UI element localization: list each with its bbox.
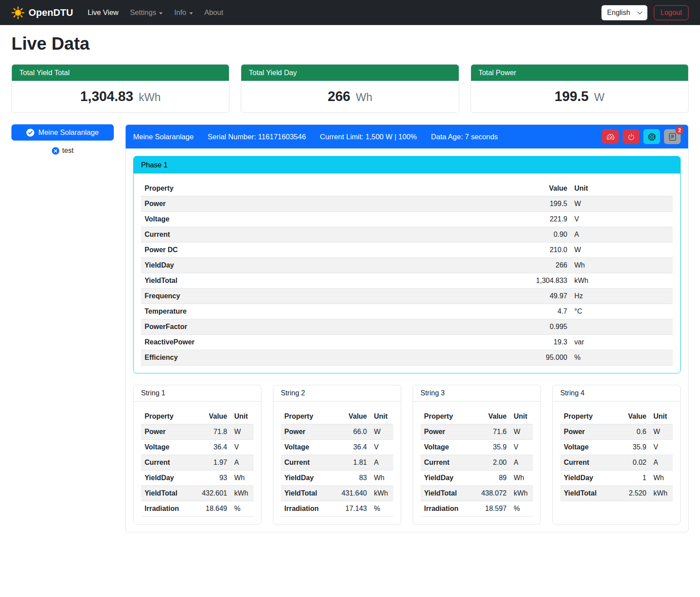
- column-unit: Unit: [370, 409, 393, 424]
- table-row: Temperature4.7°C: [141, 304, 673, 319]
- limit-settings-button[interactable]: [602, 129, 619, 144]
- value-cell: 0.995: [398, 319, 571, 335]
- inverter-serial: Serial Number: 116171603546: [208, 133, 306, 141]
- nav-item-info[interactable]: Info: [168, 5, 199, 20]
- column-unit: Unit: [571, 181, 673, 196]
- power-icon: [627, 133, 635, 141]
- table-row: YieldTotal431.640kWh: [281, 486, 393, 501]
- table-row: YieldTotal1,304.833kWh: [141, 273, 673, 289]
- string-table: Property Value Unit Power71.8WVoltage36.…: [141, 409, 254, 517]
- unit-cell: °C: [571, 304, 673, 319]
- card-total-yield-total: Total Yield Total 1,304.83 kWh: [11, 64, 229, 113]
- unit-cell: %: [370, 501, 393, 517]
- table-row: Power66.0W: [281, 424, 393, 440]
- column-unit: Unit: [231, 409, 254, 424]
- navbar-right: English Logout: [601, 5, 689, 21]
- nav-label: Live View: [87, 8, 118, 17]
- sun-icon: [11, 6, 25, 19]
- value-cell: 66.0: [331, 424, 370, 440]
- table-row: YieldTotal438.072kWh: [421, 486, 533, 501]
- property-cell: Power: [281, 424, 331, 440]
- value-cell: 19.3: [398, 335, 571, 350]
- value-cell: 438.072: [471, 486, 510, 501]
- check-circle-icon: [26, 129, 34, 137]
- card-title: Total Yield Total: [12, 65, 229, 81]
- table-header-row: Property Value Unit: [141, 409, 254, 424]
- property-cell: YieldTotal: [141, 273, 398, 289]
- unit-cell: Wh: [231, 470, 254, 486]
- phase-table-wrap: Property Value Unit Power199.5WVoltage22…: [134, 174, 680, 373]
- unit-cell: V: [650, 440, 673, 455]
- inverter-test-label: test: [62, 147, 74, 155]
- page-title: Live Data: [11, 34, 689, 54]
- table-row: Current0.02A: [560, 455, 673, 470]
- string-table: Property Value Unit Power66.0WVoltage36.…: [281, 409, 393, 517]
- device-info-button[interactable]: [643, 129, 660, 144]
- property-cell: Voltage: [560, 440, 615, 455]
- unit-cell: Wh: [650, 470, 673, 486]
- inverter-select-button[interactable]: Meine Solaranlage: [11, 124, 114, 141]
- card-unit: W: [594, 91, 605, 103]
- power-button[interactable]: [623, 129, 639, 144]
- property-cell: Power: [421, 424, 471, 440]
- unit-cell: V: [510, 440, 533, 455]
- string-table-wrap: Property Value Unit Power0.6WVoltage35.9…: [553, 402, 680, 509]
- value-cell: 36.4: [331, 440, 370, 455]
- unit-cell: W: [370, 424, 393, 440]
- strings-row: String 1 Property Value Unit: [133, 385, 681, 525]
- property-cell: YieldTotal: [281, 486, 331, 501]
- unit-cell: %: [510, 501, 533, 517]
- card-unit: Wh: [356, 91, 373, 103]
- language-select[interactable]: English: [601, 5, 648, 21]
- value-cell: 93: [191, 470, 231, 486]
- chevron-down-icon: [159, 12, 163, 14]
- value-cell: 210.0: [398, 242, 571, 258]
- unit-cell: kWh: [510, 486, 533, 501]
- table-row: Power DC210.0W: [141, 242, 673, 258]
- card-value-row: 266 Wh: [241, 81, 458, 112]
- column-value: Value: [471, 409, 510, 424]
- event-log-button[interactable]: 2: [664, 129, 681, 144]
- table-row: Voltage35.9V: [421, 440, 533, 455]
- card-title: Total Power: [471, 65, 688, 81]
- value-cell: 0.6: [615, 424, 650, 440]
- value-cell: 4.7: [398, 304, 571, 319]
- unit-cell: W: [571, 196, 673, 212]
- card-value-row: 199.5 W: [471, 81, 688, 112]
- table-row: Irradiation18.649%: [141, 501, 254, 517]
- table-row: Power71.6W: [421, 424, 533, 440]
- property-cell: Power: [141, 196, 398, 212]
- x-circle-icon: [52, 147, 59, 155]
- string-title: String 2: [273, 385, 401, 402]
- nav-item-live-view[interactable]: Live View: [82, 5, 124, 20]
- property-cell: Current: [560, 455, 615, 470]
- property-cell: Current: [421, 455, 471, 470]
- property-cell: Temperature: [141, 304, 398, 319]
- property-cell: Power DC: [141, 242, 398, 258]
- value-cell: 35.9: [615, 440, 650, 455]
- property-cell: Irradiation: [421, 501, 471, 517]
- string-table-wrap: Property Value Unit Power66.0WVoltage36.…: [273, 402, 401, 524]
- chevron-down-icon: [637, 9, 642, 14]
- nav-item-settings[interactable]: Settings: [124, 5, 169, 20]
- live-data-section: Meine Solaranlage test Meine Solaranlage…: [11, 124, 689, 546]
- unit-cell: V: [370, 440, 393, 455]
- brand[interactable]: OpenDTU: [11, 6, 73, 19]
- column-property: Property: [421, 409, 471, 424]
- property-cell: Voltage: [421, 440, 471, 455]
- logout-button[interactable]: Logout: [654, 5, 689, 20]
- column-property: Property: [560, 409, 615, 424]
- value-cell: 0.90: [398, 227, 571, 242]
- selected-inverter-label: Meine Solaranlage: [38, 128, 99, 137]
- nav-item-about[interactable]: About: [199, 5, 229, 20]
- value-cell: 35.9: [471, 440, 510, 455]
- cpu-icon: [648, 133, 656, 141]
- column-property: Property: [281, 409, 331, 424]
- table-row: Power199.5W: [141, 196, 673, 212]
- nav-label: Settings: [130, 8, 156, 17]
- value-cell: 1.81: [331, 455, 370, 470]
- value-cell: 431.640: [331, 486, 370, 501]
- card-value: 1,304.83: [80, 89, 134, 104]
- journal-icon: [669, 133, 676, 141]
- inverter-item-test[interactable]: test: [11, 147, 114, 155]
